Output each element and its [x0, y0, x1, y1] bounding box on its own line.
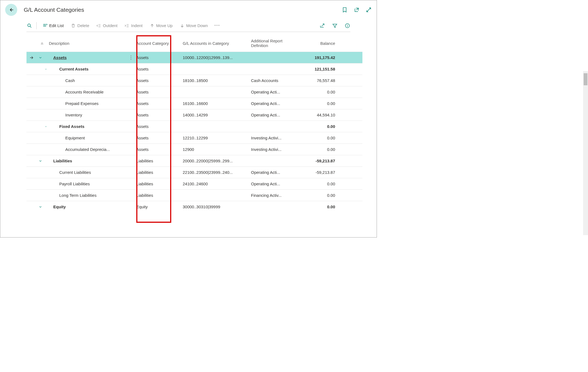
row-gl-accounts[interactable]: 16100..16600 [181, 101, 249, 106]
row-account-category[interactable]: Liabilities [135, 159, 181, 163]
row-account-category[interactable]: Assets [135, 136, 181, 140]
row-account-category[interactable]: Assets [135, 90, 181, 94]
svg-point-0 [28, 24, 30, 27]
delete-button[interactable]: Delete [69, 22, 91, 29]
row-report-definition[interactable]: Financing Activ... [249, 193, 296, 198]
row-description[interactable]: Cash [65, 78, 75, 83]
row-account-category[interactable]: Liabilities [135, 193, 181, 198]
more-actions-button[interactable]: ··· [213, 23, 222, 28]
open-new-window-icon[interactable] [354, 7, 360, 13]
row-description[interactable]: Current Assets [59, 67, 88, 71]
chevron-down-icon[interactable] [37, 159, 47, 163]
row-balance: 0.00 [296, 90, 337, 94]
row-gl-accounts[interactable]: 14000..14299 [181, 113, 249, 117]
row-description[interactable]: Equity [53, 204, 66, 209]
chevron-down-icon[interactable] [37, 56, 47, 60]
table-row[interactable]: LiabilitiesLiabilities20000..22000|25999… [26, 155, 362, 166]
row-description[interactable]: Long Term Liabilities [59, 193, 96, 198]
table-row[interactable]: Prepaid ExpensesAssets16100..16600Operat… [26, 98, 362, 109]
search-button[interactable] [26, 23, 32, 29]
row-indicator-arrow-icon [26, 55, 37, 60]
table-row[interactable]: Accumulated Deprecia...Assets12900Invest… [26, 143, 362, 155]
row-report-definition[interactable]: Investing Activi... [249, 147, 296, 152]
row-description[interactable]: Liabilities [53, 159, 72, 163]
chevron-down-icon[interactable] [37, 125, 47, 128]
row-gl-accounts[interactable]: 12900 [181, 147, 249, 152]
edit-list-icon [43, 23, 48, 28]
table-row[interactable]: Current LiabilitiesLiabilities22100..235… [26, 166, 362, 178]
row-account-category[interactable]: Liabilities [135, 181, 181, 186]
row-account-category[interactable]: Assets [135, 55, 181, 60]
grid-header: Description Account Category G/L Account… [26, 37, 362, 52]
col-account-category[interactable]: Account Category [135, 41, 181, 46]
row-gl-accounts[interactable]: 18100..18500 [181, 78, 249, 83]
collapse-all-icon[interactable] [37, 41, 47, 45]
info-button[interactable] [344, 23, 350, 29]
move-up-button[interactable]: Move Up [147, 22, 175, 29]
row-report-definition[interactable]: Investing Activi... [249, 136, 296, 140]
chevron-down-icon[interactable] [37, 67, 47, 71]
row-account-category[interactable]: Assets [135, 101, 181, 106]
row-description[interactable]: Current Liabilities [59, 170, 91, 175]
edit-list-button[interactable]: Edit List [40, 22, 66, 29]
table-row[interactable]: CashAssets18100..18500Cash Accounts76,55… [26, 75, 362, 86]
row-balance: 44,594.10 [296, 113, 337, 117]
expand-icon[interactable] [366, 7, 372, 13]
row-account-category[interactable]: Assets [135, 113, 181, 117]
col-description[interactable]: Description [47, 41, 135, 46]
row-description[interactable]: Accounts Receivable [65, 90, 104, 94]
row-description[interactable]: Accumulated Deprecia... [65, 147, 110, 152]
row-report-definition[interactable]: Operating Acti... [249, 170, 296, 175]
table-row[interactable]: Accounts ReceivableAssetsOperating Acti.… [26, 86, 362, 98]
row-account-category[interactable]: Assets [135, 124, 181, 129]
row-description[interactable]: Inventory [65, 113, 82, 117]
row-account-category[interactable]: Assets [135, 67, 181, 71]
row-report-definition[interactable]: Operating Acti... [249, 90, 296, 94]
col-gl-accounts[interactable]: G/L Accounts in Category [181, 41, 249, 46]
chevron-down-icon[interactable] [37, 205, 47, 209]
table-row[interactable]: AssetsAssets10000..12200|12999..139...19… [26, 52, 362, 63]
row-description[interactable]: Fixed Assets [59, 124, 84, 129]
col-additional-report[interactable]: Additional Report Definition [249, 39, 296, 48]
row-description[interactable]: Payroll Liabilities [59, 181, 90, 186]
row-description[interactable]: Equipment [65, 136, 85, 140]
indent-button[interactable]: Indent [122, 22, 145, 29]
table-row[interactable]: Current AssetsAssets121,151.58 [26, 63, 362, 75]
row-report-definition[interactable]: Cash Accounts [249, 78, 296, 83]
table-row[interactable]: EquipmentAssets12210..12299Investing Act… [26, 132, 362, 143]
move-down-button[interactable]: Move Down [178, 22, 210, 29]
row-balance: 191,175.42 [296, 55, 337, 60]
row-account-category[interactable]: Equity [135, 204, 181, 209]
row-gl-accounts[interactable]: 24100..24600 [181, 181, 249, 186]
col-balance[interactable]: Balance [296, 41, 337, 46]
row-gl-accounts[interactable]: 20000..22000|25999..299... [181, 159, 249, 163]
row-account-category[interactable]: Liabilities [135, 170, 181, 175]
row-balance: 76,557.48 [296, 78, 337, 83]
back-button[interactable] [5, 4, 17, 16]
row-report-definition[interactable]: Operating Acti... [249, 101, 296, 106]
table-row[interactable]: Fixed AssetsAssets0.00 [26, 121, 362, 132]
row-balance: 121,151.58 [296, 67, 337, 71]
row-report-definition[interactable]: Operating Acti... [249, 181, 296, 186]
row-description[interactable]: Prepaid Expenses [65, 101, 99, 106]
row-report-definition[interactable]: Operating Acti... [249, 113, 296, 117]
outdent-button[interactable]: Outdent [94, 22, 120, 29]
bookmark-icon[interactable] [342, 7, 348, 13]
row-gl-accounts[interactable]: 30000..30310|39999 [181, 204, 249, 209]
row-balance: 0.00 [296, 147, 337, 152]
share-button[interactable] [319, 23, 325, 29]
svg-point-2 [347, 24, 348, 25]
row-description[interactable]: Assets [53, 55, 67, 60]
row-account-category[interactable]: Assets [135, 147, 181, 152]
row-menu-icon[interactable] [131, 55, 133, 60]
row-gl-accounts[interactable]: 10000..12200|12999..139... [181, 55, 249, 60]
row-gl-accounts[interactable]: 12210..12299 [181, 136, 249, 140]
table-row[interactable]: InventoryAssets14000..14299Operating Act… [26, 109, 362, 121]
row-account-category[interactable]: Assets [135, 78, 181, 83]
table-row[interactable]: Payroll LiabilitiesLiabilities24100..246… [26, 178, 362, 189]
row-gl-accounts[interactable]: 22100..23500|23999..240... [181, 170, 249, 175]
table-row[interactable]: Long Term LiabilitiesLiabilitiesFinancin… [26, 189, 362, 201]
filter-button[interactable] [332, 23, 338, 29]
row-balance: 0.00 [296, 181, 337, 186]
table-row[interactable]: EquityEquity30000..30310|399990.00 [26, 201, 362, 212]
